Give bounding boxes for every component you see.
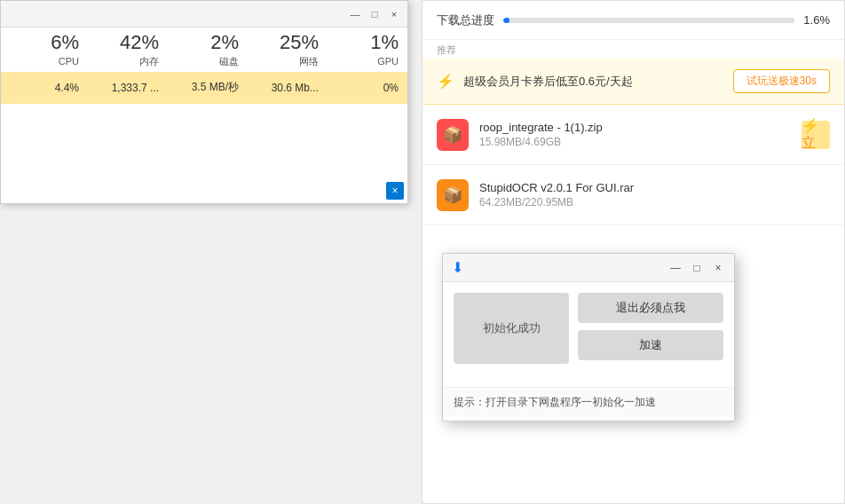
try-button[interactable]: 试玩送极速30s (733, 69, 830, 93)
gpu-label: GPU (377, 56, 399, 67)
download-item-2: 📦 StupidOCR v2.0.1 For GUI.rar 64.23MB/2… (422, 165, 844, 225)
task-manager-window: — □ × 6% CPU 42% 内存 2% 磁盘 25% 网络 1% GPU … (0, 0, 408, 204)
dialog-titlebar: ⬇ — □ × (443, 254, 734, 282)
task-manager-header: 6% CPU 42% 内存 2% 磁盘 25% 网络 1% GPU (1, 28, 407, 72)
task-manager-bottom-close[interactable]: × (386, 182, 404, 200)
cpu-value: 4.4% (4, 82, 84, 94)
download-item-1: 📦 roop_integrate - 1(1).zip 15.98MB/4.69… (422, 105, 844, 165)
download-icon-2: 📦 (437, 179, 469, 211)
cpu-percent: 6% (10, 31, 79, 54)
network-value: 30.6 Mb... (244, 82, 324, 94)
dialog-init-text: 初始化成功 (454, 293, 569, 364)
memory-value: 1,333.7 ... (84, 82, 164, 94)
cpu-col-header: 6% CPU (4, 28, 84, 72)
download-size-1: 15.98MB/4.69GB (479, 136, 791, 148)
maximize-button[interactable]: □ (368, 8, 381, 20)
recommend-banner: ⚡ 超级会员月卡券后低至0.6元/天起 试玩送极速30s (422, 59, 844, 105)
dialog-footer: 提示：打开目录下网盘程序一初始化一加速 (443, 387, 734, 417)
gpu-col-header: 1% GPU (324, 28, 404, 72)
download-filename-2: StupidOCR v2.0.1 For GUI.rar (479, 181, 830, 194)
download-info-1: roop_integrate - 1(1).zip 15.98MB/4.69GB (479, 121, 791, 148)
download-progress-track (503, 18, 794, 23)
network-col-header: 25% 网络 (244, 28, 324, 72)
recommend-text: 超级会员月卡券后低至0.6元/天起 (463, 74, 724, 90)
lightning-icon: ⚡ (437, 73, 454, 90)
disk-col-header: 2% 磁盘 (164, 28, 244, 72)
memory-col-header: 42% 内存 (84, 28, 164, 72)
task-manager-titlebar: — □ × (1, 1, 407, 28)
download-progress-row: 下载总进度 1.6% (422, 1, 844, 40)
memory-label: 内存 (139, 56, 159, 67)
download-filename-1: roop_integrate - 1(1).zip (479, 121, 791, 134)
disk-label: 磁盘 (219, 56, 239, 67)
network-label: 网络 (299, 56, 319, 67)
dialog-popup: ⬇ — □ × 初始化成功 退出必须点我 加速 提示：打开目录下网盘程序一初始化… (442, 253, 735, 421)
close-button[interactable]: × (388, 8, 400, 20)
download-info-2: StupidOCR v2.0.1 For GUI.rar 64.23MB/220… (479, 181, 830, 209)
dialog-maximize-button[interactable]: □ (690, 261, 704, 275)
disk-value: 3.5 MB/秒 (164, 80, 244, 95)
memory-percent: 42% (90, 31, 159, 54)
download-icon-1: 📦 (437, 119, 469, 151)
disk-percent: 2% (170, 31, 239, 54)
task-data-row[interactable]: 4.4% 1,333.7 ... 3.5 MB/秒 30.6 Mb... 0% (1, 72, 407, 104)
download-panel: 下载总进度 1.6% 推荐 ⚡ 超级会员月卡券后低至0.6元/天起 试玩送极速3… (422, 0, 845, 504)
dialog-minimize-button[interactable]: — (668, 261, 683, 275)
network-percent: 25% (249, 31, 319, 54)
download-progress-percent: 1.6% (803, 13, 830, 27)
dialog-title-icon: ⬇ (452, 259, 463, 276)
exit-button[interactable]: 退出必须点我 (578, 293, 723, 323)
download-progress-fill (503, 18, 509, 23)
speed-button[interactable]: 加速 (578, 330, 723, 360)
dialog-actions: 退出必须点我 加速 (578, 293, 723, 376)
dialog-close-button[interactable]: × (711, 261, 725, 275)
download-size-2: 64.23MB/220.95MB (479, 196, 830, 209)
cpu-label: CPU (59, 56, 79, 67)
gpu-percent: 1% (329, 31, 399, 54)
dialog-body: 初始化成功 退出必须点我 加速 (443, 282, 734, 387)
download-action-1[interactable]: ⚡立 (802, 121, 830, 149)
minimize-button[interactable]: — (349, 8, 361, 20)
gpu-value: 0% (324, 82, 404, 94)
recommend-label: 推荐 (422, 40, 844, 59)
download-progress-label: 下载总进度 (437, 12, 494, 28)
dialog-footer-text: 提示：打开目录下网盘程序一初始化一加速 (454, 396, 656, 408)
